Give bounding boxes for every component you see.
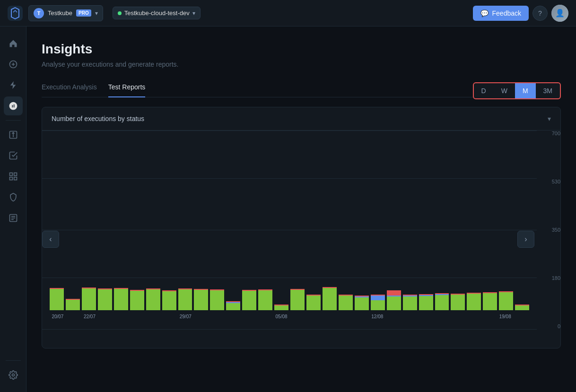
bars-area bbox=[50, 140, 529, 310]
x-label bbox=[209, 314, 226, 319]
y-axis: 700 530 350 180 0 bbox=[539, 131, 560, 329]
bar-stack bbox=[499, 291, 513, 310]
stacks-icon bbox=[9, 172, 18, 181]
bar-group bbox=[339, 140, 353, 310]
x-label: 12/08 bbox=[369, 314, 385, 319]
sidebar-item-triggers[interactable] bbox=[4, 76, 23, 95]
bar-segment-green bbox=[467, 294, 481, 310]
bar-group bbox=[162, 140, 176, 310]
time-filter-m[interactable]: M bbox=[515, 83, 536, 98]
bar-group bbox=[290, 140, 305, 310]
bar-stack bbox=[483, 292, 497, 310]
bar-group bbox=[419, 140, 433, 310]
add-icon bbox=[9, 60, 18, 69]
bar-group bbox=[323, 140, 337, 310]
bar-group bbox=[210, 140, 224, 310]
feedback-label: Feedback bbox=[492, 9, 521, 17]
bar-group bbox=[194, 140, 208, 310]
bar-segment-green bbox=[146, 289, 160, 310]
sidebar-item-insights[interactable] bbox=[4, 96, 23, 115]
bar-stack bbox=[66, 299, 80, 310]
bar-stack bbox=[146, 288, 160, 310]
tab-execution-analysis[interactable]: Execution Analysis bbox=[42, 79, 97, 97]
bar-segment-green bbox=[66, 300, 80, 310]
sidebar-item-settings[interactable] bbox=[4, 366, 23, 384]
workspace-selector[interactable]: T Testkube PRO ▾ bbox=[28, 5, 103, 21]
bar-stack bbox=[210, 289, 224, 310]
x-label bbox=[130, 314, 146, 319]
sidebar-item-test-suites[interactable] bbox=[4, 125, 23, 144]
grid-line-700 bbox=[42, 131, 537, 131]
test-suites-icon bbox=[9, 130, 18, 139]
x-label bbox=[449, 314, 465, 319]
bar-stack bbox=[226, 301, 240, 310]
chart-nav-right[interactable]: › bbox=[517, 231, 534, 248]
env-selector[interactable]: Testkube-cloud-test-dev ▾ bbox=[113, 7, 201, 19]
svg-rect-6 bbox=[14, 177, 17, 180]
svg-rect-4 bbox=[14, 173, 17, 176]
bar-group bbox=[242, 140, 256, 310]
bar-stack bbox=[50, 288, 64, 310]
topbar: T Testkube PRO ▾ Testkube-cloud-test-dev… bbox=[0, 0, 576, 26]
y-label-530: 530 bbox=[552, 179, 560, 184]
env-status-dot bbox=[118, 11, 122, 15]
insights-icon bbox=[9, 101, 18, 111]
y-label-180: 180 bbox=[552, 275, 560, 281]
page-title: Insights bbox=[42, 42, 561, 57]
reports-icon bbox=[9, 151, 18, 160]
chart-dropdown-icon[interactable]: ▾ bbox=[548, 115, 551, 122]
bar-group bbox=[371, 140, 385, 310]
bar-stack bbox=[467, 293, 481, 310]
bar-stack bbox=[355, 296, 369, 310]
help-button[interactable]: ? bbox=[532, 6, 548, 21]
x-label bbox=[481, 314, 497, 319]
bar-group bbox=[403, 140, 417, 310]
y-label-350: 350 bbox=[552, 227, 560, 233]
time-filter-d[interactable]: D bbox=[474, 83, 494, 98]
sidebar-item-security[interactable] bbox=[4, 188, 23, 207]
chart-nav-left[interactable]: ‹ bbox=[42, 231, 59, 248]
chart-body: ‹ › 700 530 350 180 0 bbox=[42, 131, 560, 348]
sidebar-item-add[interactable] bbox=[4, 55, 23, 74]
y-label-700: 700 bbox=[552, 131, 560, 136]
x-label bbox=[97, 314, 113, 319]
bar-stack bbox=[98, 288, 112, 310]
x-label bbox=[257, 314, 273, 319]
feedback-button[interactable]: 💬 Feedback bbox=[473, 6, 529, 21]
bar-stack bbox=[114, 288, 128, 310]
tab-test-reports[interactable]: Test Reports bbox=[108, 79, 146, 97]
x-label bbox=[385, 314, 401, 319]
page-content: Insights Analyse your executions and gen… bbox=[26, 26, 576, 392]
user-avatar-image: 👤 bbox=[551, 5, 568, 22]
x-labels: 20/0722/0729/0705/0812/0819/08 bbox=[50, 314, 529, 319]
bar-segment-green bbox=[274, 305, 288, 310]
sidebar-item-logs[interactable] bbox=[4, 209, 23, 227]
bar-segment-green bbox=[130, 291, 144, 310]
sidebar-item-stacks[interactable] bbox=[4, 167, 23, 186]
bar-group bbox=[274, 140, 288, 310]
workspace-avatar: T bbox=[34, 8, 44, 18]
grid-line-0 bbox=[42, 329, 537, 330]
bar-stack bbox=[435, 293, 449, 310]
sidebar-item-home[interactable] bbox=[4, 34, 23, 53]
bar-segment-green bbox=[226, 303, 240, 310]
x-label: 20/07 bbox=[50, 314, 66, 319]
bar-group bbox=[50, 140, 64, 310]
app-logo bbox=[8, 6, 23, 21]
bar-stack bbox=[339, 295, 353, 310]
time-filter-w[interactable]: W bbox=[494, 83, 515, 98]
x-label bbox=[337, 314, 353, 319]
bar-stack bbox=[387, 290, 401, 310]
bar-stack bbox=[306, 295, 321, 310]
workspace-chevron-icon: ▾ bbox=[95, 10, 98, 17]
bar-segment-blue bbox=[371, 296, 385, 300]
x-label bbox=[353, 314, 369, 319]
time-filter-group: D W M 3M bbox=[473, 82, 561, 99]
time-filter-3m[interactable]: 3M bbox=[536, 83, 560, 98]
x-label bbox=[417, 314, 433, 319]
workspace-name: Testkube bbox=[48, 9, 72, 17]
user-avatar[interactable]: 👤 bbox=[551, 5, 568, 22]
bar-group bbox=[130, 140, 144, 310]
sidebar-item-reports[interactable] bbox=[4, 146, 23, 165]
x-label bbox=[66, 314, 82, 319]
